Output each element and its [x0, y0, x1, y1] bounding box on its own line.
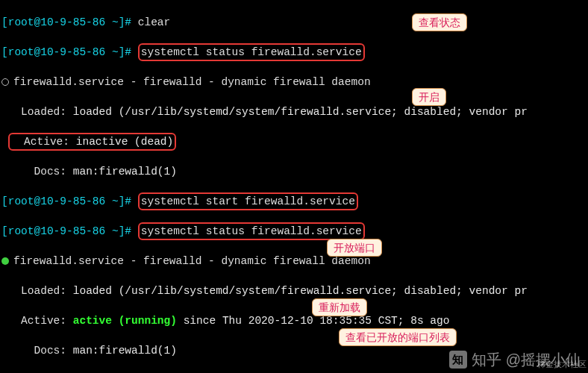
zhihu-icon: 知: [449, 351, 467, 369]
line-1: [root@10-9-85-86 ~]# clear: [1, 15, 587, 30]
prompt: [root@10-9-85-86 ~]#: [1, 16, 131, 28]
svc2-title: firewalld.service - firewalld - dynamic …: [1, 254, 587, 269]
prompt: [root@10-9-85-86 ~]#: [1, 225, 131, 237]
svc1-title: firewalld.service - firewalld - dynamic …: [1, 75, 587, 90]
svc1-docs: Docs: man:firewalld(1): [1, 164, 587, 179]
line-7: [root@10-9-85-86 ~]# systemctl start fir…: [1, 194, 587, 209]
prompt: [root@10-9-85-86 ~]#: [1, 46, 131, 58]
cmd-start: systemctl start firewalld.service: [141, 195, 355, 207]
annotation-openport: 开放端口: [327, 239, 382, 257]
svc1-loaded: Loaded: loaded (/usr/lib/systemd/system/…: [1, 104, 587, 119]
active-running: active (running): [73, 315, 177, 327]
svc2-loaded: Loaded: loaded (/usr/lib/systemd/system/…: [1, 283, 587, 298]
annotation-listports: 查看已开放的端口列表: [339, 328, 457, 346]
cmd-status2-box: systemctl status firewalld.service: [138, 222, 365, 240]
cmd-clear: clear: [138, 16, 171, 28]
terminal[interactable]: [root@10-9-85-86 ~]# clear [root@10-9-85…: [0, 0, 588, 373]
svc1-active: Active: inactive (dead): [1, 134, 587, 149]
annotation-reload: 重新加载: [312, 298, 367, 316]
cmd-start-box: systemctl start firewalld.service: [138, 192, 358, 210]
watermark: 知 知乎 @摇摆小仙: [449, 351, 581, 369]
status-dot-inactive: [1, 76, 13, 88]
status-dot-active: [1, 255, 13, 267]
cmd-status-box: systemctl status firewalld.service: [138, 43, 365, 61]
annotation-status: 查看状态: [412, 13, 467, 31]
annotation-start: 开启: [412, 88, 446, 106]
watermark-site: 知乎: [472, 352, 501, 367]
cmd-status: systemctl status firewalld.service: [141, 46, 362, 58]
line-2: [root@10-9-85-86 ~]# systemctl status fi…: [1, 45, 587, 60]
watermark-author: @摇摆小仙: [506, 352, 581, 367]
active-inactive-box: Active: inactive (dead): [8, 133, 177, 151]
svc2-active: Active: active (running) since Thu 2020-…: [1, 313, 587, 328]
prompt: [root@10-9-85-86 ~]#: [1, 195, 131, 207]
line-8: [root@10-9-85-86 ~]# systemctl status fi…: [1, 224, 587, 239]
